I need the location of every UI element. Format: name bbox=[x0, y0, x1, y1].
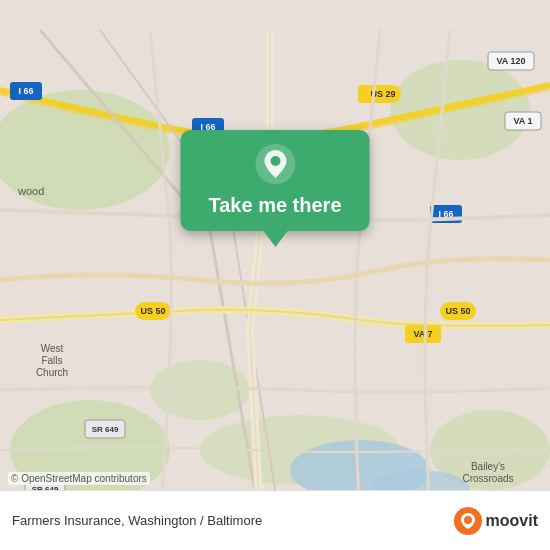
svg-text:VA 120: VA 120 bbox=[496, 56, 525, 66]
map-container: I 66 I 66 I 66 VA 120 VA 7 VA 1 US 50 US… bbox=[0, 0, 550, 550]
popup-card[interactable]: Take me there bbox=[180, 130, 369, 231]
svg-text:wood: wood bbox=[17, 185, 44, 197]
moovit-logo-icon bbox=[454, 507, 482, 535]
svg-text:Falls: Falls bbox=[41, 355, 62, 366]
copyright-label: © OpenStreetMap contributors bbox=[11, 473, 147, 484]
svg-text:VA 7: VA 7 bbox=[413, 329, 432, 339]
location-info-text: Farmers Insurance, Washington / Baltimor… bbox=[12, 513, 262, 528]
map-background: I 66 I 66 I 66 VA 120 VA 7 VA 1 US 50 US… bbox=[0, 0, 550, 550]
copyright-text: © OpenStreetMap contributors bbox=[8, 472, 150, 485]
svg-text:Church: Church bbox=[36, 367, 68, 378]
svg-text:VA 1: VA 1 bbox=[513, 116, 532, 126]
popup[interactable]: Take me there bbox=[180, 130, 369, 247]
svg-text:Crossroads: Crossroads bbox=[462, 473, 513, 484]
moovit-logo: moovit bbox=[454, 507, 538, 535]
svg-text:US 50: US 50 bbox=[445, 306, 470, 316]
svg-text:SR 649: SR 649 bbox=[92, 425, 119, 434]
svg-text:US 50: US 50 bbox=[140, 306, 165, 316]
svg-text:Bailey's: Bailey's bbox=[471, 461, 505, 472]
svg-text:I 66: I 66 bbox=[18, 86, 33, 96]
svg-point-40 bbox=[270, 156, 280, 166]
popup-tail bbox=[263, 231, 287, 247]
location-pin-icon bbox=[253, 142, 297, 186]
popup-label: Take me there bbox=[208, 194, 341, 217]
svg-text:West: West bbox=[41, 343, 64, 354]
bottom-bar: Farmers Insurance, Washington / Baltimor… bbox=[0, 490, 550, 550]
moovit-brand-text: moovit bbox=[486, 512, 538, 530]
svg-point-42 bbox=[464, 516, 472, 524]
